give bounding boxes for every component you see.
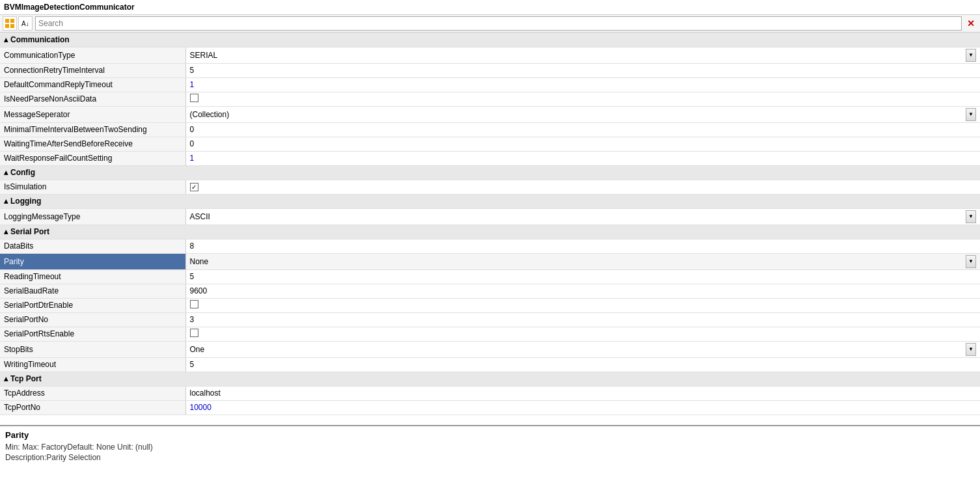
bottom-prop-name: Parity — [5, 430, 975, 440]
collapse-arrow: ▴ — [4, 35, 8, 44]
property-value-cell[interactable]: 5 — [185, 269, 980, 284]
table-row[interactable]: StopBits One ▼ — [0, 341, 980, 357]
table-row[interactable]: LoggingMessageType ASCII ▼ — [0, 208, 980, 225]
section-header-tcp-port[interactable]: ▴Tcp Port — [0, 372, 980, 386]
dropdown-value: One — [190, 345, 205, 354]
property-name-cell: SerialPortNo — [0, 312, 185, 327]
property-value-cell[interactable] — [185, 327, 980, 341]
table-row[interactable]: MessageSeperator (Collection) ▼ — [0, 106, 980, 122]
property-value-cell[interactable]: 1 — [185, 77, 980, 92]
dropdown-container[interactable]: SERIAL ▼ — [190, 49, 977, 62]
property-value-cell[interactable]: 1 — [185, 151, 980, 165]
collapse-arrow: ▴ — [4, 168, 8, 177]
table-row[interactable]: IsSimulation — [0, 180, 980, 194]
property-value-cell[interactable]: None ▼ — [185, 253, 980, 269]
property-name-cell: SerialBaudRate — [0, 284, 185, 298]
bottom-prop-desc: Description:Parity Selection — [5, 453, 975, 462]
search-input[interactable] — [35, 16, 962, 31]
section-header-communication[interactable]: ▴Communication — [0, 33, 980, 47]
table-row[interactable]: SerialBaudRate9600 — [0, 284, 980, 298]
property-value-cell[interactable]: One ▼ — [185, 341, 980, 357]
property-name-cell: SerialPortDtrEnable — [0, 298, 185, 312]
table-row[interactable]: DefaultCommandReplyTimeout1 — [0, 77, 980, 92]
grid-icon — [5, 19, 14, 28]
checkbox[interactable] — [190, 183, 198, 191]
property-value-cell[interactable]: 5 — [185, 357, 980, 372]
property-name-cell: DefaultCommandReplyTimeout — [0, 77, 185, 92]
section-header-config[interactable]: ▴Config — [0, 165, 980, 180]
collapse-arrow: ▴ — [4, 374, 8, 383]
section-header-logging[interactable]: ▴Logging — [0, 194, 980, 208]
dropdown-value: (Collection) — [190, 110, 230, 119]
dropdown-button[interactable]: ▼ — [966, 49, 976, 62]
dropdown-button[interactable]: ▼ — [966, 210, 976, 223]
checkbox[interactable] — [190, 300, 198, 308]
property-value-cell[interactable] — [185, 180, 980, 194]
toolbar: A↓ ✕ — [0, 15, 980, 33]
property-name-cell: ReadingTimeout — [0, 269, 185, 284]
table-row[interactable]: WaitResponseFailCountSetting1 — [0, 151, 980, 165]
table-row[interactable]: ReadingTimeout5 — [0, 269, 980, 284]
blue-value: 1 — [190, 80, 195, 89]
dropdown-button[interactable]: ▼ — [966, 108, 976, 121]
property-value-cell[interactable]: (Collection) ▼ — [185, 106, 980, 122]
table-row[interactable]: CommunicationType SERIAL ▼ — [0, 47, 980, 63]
property-value-cell[interactable]: SERIAL ▼ — [185, 47, 980, 63]
table-row[interactable]: TcpPortNo10000 — [0, 400, 980, 415]
svg-rect-0 — [5, 19, 9, 23]
property-name-cell: WritingTimeout — [0, 357, 185, 372]
property-value-cell[interactable] — [185, 92, 980, 106]
grid-icon-btn[interactable] — [3, 16, 17, 31]
property-value-cell[interactable]: 8 — [185, 239, 980, 253]
table-row[interactable]: WritingTimeout5 — [0, 357, 980, 372]
blue-value: 10000 — [190, 403, 211, 412]
bottom-prop-meta: Min: Max: FactoryDefault: None Unit: (nu… — [5, 443, 975, 452]
section-header-serial-port[interactable]: ▴Serial Port — [0, 225, 980, 239]
dropdown-container[interactable]: None ▼ — [190, 255, 977, 268]
property-value-cell[interactable]: 10000 — [185, 400, 980, 415]
property-name-cell: IsSimulation — [0, 180, 185, 194]
table-row[interactable]: SerialPortDtrEnable — [0, 298, 980, 312]
property-name-cell: LoggingMessageType — [0, 208, 185, 225]
dropdown-value: None — [190, 257, 209, 266]
table-row[interactable]: SerialPortRtsEnable — [0, 327, 980, 341]
property-value-cell[interactable]: 5 — [185, 63, 980, 77]
property-grid: ▴CommunicationCommunicationType SERIAL ▼… — [0, 33, 980, 415]
dropdown-button[interactable]: ▼ — [966, 343, 976, 356]
dropdown-container[interactable]: One ▼ — [190, 343, 977, 356]
collapse-arrow: ▴ — [4, 197, 8, 206]
table-row[interactable]: Parity None ▼ — [0, 253, 980, 269]
property-value-cell[interactable]: 0 — [185, 137, 980, 151]
table-row[interactable]: ConnectionRetryTimeInterval5 — [0, 63, 980, 77]
table-row[interactable]: TcpAddresslocalhost — [0, 386, 980, 400]
property-name-cell: MessageSeperator — [0, 106, 185, 122]
table-row[interactable]: MinimalTimeIntervalBetweenTwoSending0 — [0, 122, 980, 137]
svg-rect-1 — [10, 19, 14, 23]
checkbox[interactable] — [190, 329, 198, 337]
toolbar-icon-group: A↓ — [3, 16, 33, 31]
property-name-cell: DataBits — [0, 239, 185, 253]
property-name-cell: StopBits — [0, 341, 185, 357]
table-row[interactable]: WaitingTimeAfterSendBeforeReceive0 — [0, 137, 980, 151]
search-clear-button[interactable]: ✕ — [964, 18, 977, 29]
table-row[interactable]: IsNeedParseNonAsciiData — [0, 92, 980, 106]
property-value-cell[interactable]: 0 — [185, 122, 980, 137]
property-name-cell: MinimalTimeIntervalBetweenTwoSending — [0, 122, 185, 137]
dropdown-container[interactable]: ASCII ▼ — [190, 210, 977, 223]
svg-rect-2 — [5, 24, 9, 28]
bottom-panel: Parity Min: Max: FactoryDefault: None Un… — [0, 425, 980, 477]
table-row[interactable]: DataBits8 — [0, 239, 980, 253]
checkbox[interactable] — [190, 94, 198, 102]
property-value-cell[interactable] — [185, 298, 980, 312]
dropdown-container[interactable]: (Collection) ▼ — [190, 108, 977, 121]
property-value-cell[interactable]: 9600 — [185, 284, 980, 298]
property-value-cell[interactable]: ASCII ▼ — [185, 208, 980, 225]
property-name-cell: SerialPortRtsEnable — [0, 327, 185, 341]
dropdown-button[interactable]: ▼ — [966, 255, 976, 268]
blue-value: 1 — [190, 154, 195, 163]
dropdown-value: ASCII — [190, 212, 210, 221]
sort-icon-btn[interactable]: A↓ — [18, 16, 33, 31]
property-value-cell[interactable]: 3 — [185, 312, 980, 327]
property-value-cell[interactable]: localhost — [185, 386, 980, 400]
table-row[interactable]: SerialPortNo3 — [0, 312, 980, 327]
